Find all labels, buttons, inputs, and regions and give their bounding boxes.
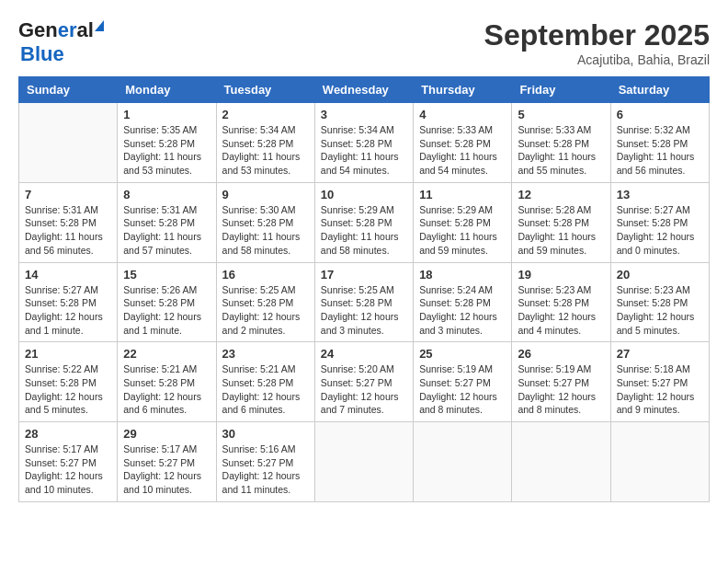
day-info: Sunrise: 5:31 AM Sunset: 5:28 PM Dayligh…	[25, 203, 111, 258]
sunrise-text: Sunrise: 5:34 AM	[321, 124, 394, 135]
table-row: 16 Sunrise: 5:25 AM Sunset: 5:28 PM Dayl…	[216, 262, 314, 342]
table-row: 25 Sunrise: 5:19 AM Sunset: 5:27 PM Dayl…	[414, 342, 512, 422]
table-row: 11 Sunrise: 5:29 AM Sunset: 5:28 PM Dayl…	[414, 182, 512, 262]
day-info: Sunrise: 5:23 AM Sunset: 5:28 PM Dayligh…	[518, 283, 604, 338]
daylight-text: Daylight: 12 hours and 6 minutes.	[222, 391, 301, 416]
day-info: Sunrise: 5:19 AM Sunset: 5:27 PM Dayligh…	[419, 362, 506, 417]
day-info: Sunrise: 5:30 AM Sunset: 5:28 PM Dayligh…	[222, 203, 309, 258]
table-row: 2 Sunrise: 5:34 AM Sunset: 5:28 PM Dayli…	[216, 103, 314, 183]
sunset-text: Sunset: 5:28 PM	[321, 138, 392, 149]
sunrise-text: Sunrise: 5:35 AM	[123, 124, 197, 135]
table-row: 24 Sunrise: 5:20 AM Sunset: 5:27 PM Dayl…	[314, 342, 413, 422]
sunrise-text: Sunrise: 5:21 AM	[123, 363, 197, 374]
sunset-text: Sunset: 5:28 PM	[617, 138, 688, 149]
sunrise-text: Sunrise: 5:31 AM	[123, 204, 197, 215]
daylight-text: Daylight: 12 hours and 1 minute.	[123, 311, 201, 336]
logo-line1: General	[18, 18, 104, 42]
table-row	[512, 422, 610, 502]
col-sunday: Sunday	[19, 77, 118, 103]
daylight-text: Daylight: 12 hours and 10 minutes.	[123, 470, 201, 495]
day-info: Sunrise: 5:16 AM Sunset: 5:27 PM Dayligh…	[222, 442, 309, 497]
day-number: 8	[123, 188, 210, 201]
day-number: 12	[518, 188, 604, 201]
day-info: Sunrise: 5:33 AM Sunset: 5:28 PM Dayligh…	[419, 123, 506, 178]
daylight-text: Daylight: 11 hours and 58 minutes.	[321, 231, 399, 256]
table-row: 15 Sunrise: 5:26 AM Sunset: 5:28 PM Dayl…	[118, 262, 216, 342]
daylight-text: Daylight: 12 hours and 8 minutes.	[419, 391, 497, 416]
sunset-text: Sunset: 5:28 PM	[617, 297, 688, 308]
calendar-week-row: 7 Sunrise: 5:31 AM Sunset: 5:28 PM Dayli…	[19, 182, 710, 262]
day-number: 2	[222, 108, 309, 121]
day-number: 15	[123, 268, 210, 282]
day-info: Sunrise: 5:18 AM Sunset: 5:27 PM Dayligh…	[617, 362, 703, 417]
sunset-text: Sunset: 5:28 PM	[617, 217, 688, 228]
day-info: Sunrise: 5:17 AM Sunset: 5:27 PM Dayligh…	[25, 442, 111, 497]
sunset-text: Sunset: 5:28 PM	[25, 377, 97, 388]
table-row: 7 Sunrise: 5:31 AM Sunset: 5:28 PM Dayli…	[19, 182, 118, 262]
day-number: 18	[419, 268, 506, 282]
sunset-text: Sunset: 5:28 PM	[123, 138, 195, 149]
calendar-week-row: 14 Sunrise: 5:27 AM Sunset: 5:28 PM Dayl…	[19, 262, 710, 342]
day-number: 23	[222, 347, 309, 361]
day-number: 25	[419, 347, 506, 361]
day-info: Sunrise: 5:27 AM Sunset: 5:28 PM Dayligh…	[617, 203, 703, 258]
daylight-text: Daylight: 12 hours and 6 minutes.	[123, 391, 201, 416]
day-number: 7	[25, 188, 111, 201]
daylight-text: Daylight: 11 hours and 56 minutes.	[25, 231, 103, 256]
calendar-week-row: 28 Sunrise: 5:17 AM Sunset: 5:27 PM Dayl…	[19, 422, 710, 502]
table-row	[314, 422, 413, 502]
table-row: 13 Sunrise: 5:27 AM Sunset: 5:28 PM Dayl…	[610, 182, 709, 262]
sunset-text: Sunset: 5:28 PM	[518, 138, 589, 149]
sunrise-text: Sunrise: 5:23 AM	[518, 284, 591, 295]
day-number: 22	[123, 347, 210, 361]
daylight-text: Daylight: 12 hours and 3 minutes.	[419, 311, 497, 336]
day-info: Sunrise: 5:32 AM Sunset: 5:28 PM Dayligh…	[617, 123, 703, 178]
day-number: 19	[518, 268, 604, 282]
day-number: 28	[25, 427, 111, 441]
calendar-table: Sunday Monday Tuesday Wednesday Thursday…	[18, 76, 710, 502]
daylight-text: Daylight: 11 hours and 53 minutes.	[123, 151, 201, 176]
sunset-text: Sunset: 5:28 PM	[222, 297, 294, 308]
daylight-text: Daylight: 11 hours and 59 minutes.	[518, 231, 596, 256]
sunrise-text: Sunrise: 5:26 AM	[123, 284, 197, 295]
sunset-text: Sunset: 5:28 PM	[123, 217, 195, 228]
day-number: 11	[419, 188, 506, 201]
sunrise-text: Sunrise: 5:23 AM	[617, 284, 690, 295]
day-info: Sunrise: 5:19 AM Sunset: 5:27 PM Dayligh…	[518, 362, 604, 417]
day-number: 21	[25, 347, 111, 361]
day-number: 14	[25, 268, 111, 282]
sunrise-text: Sunrise: 5:24 AM	[419, 284, 493, 295]
day-info: Sunrise: 5:21 AM Sunset: 5:28 PM Dayligh…	[123, 362, 210, 417]
table-row: 3 Sunrise: 5:34 AM Sunset: 5:28 PM Dayli…	[314, 103, 413, 183]
day-info: Sunrise: 5:34 AM Sunset: 5:28 PM Dayligh…	[222, 123, 309, 178]
day-number: 24	[321, 347, 407, 361]
daylight-text: Daylight: 12 hours and 10 minutes.	[25, 470, 103, 495]
day-number: 10	[321, 188, 407, 201]
col-thursday: Thursday	[414, 77, 512, 103]
sunset-text: Sunset: 5:28 PM	[419, 297, 491, 308]
day-info: Sunrise: 5:24 AM Sunset: 5:28 PM Dayligh…	[419, 283, 506, 338]
day-number: 20	[617, 268, 703, 282]
sunrise-text: Sunrise: 5:29 AM	[321, 204, 394, 215]
day-info: Sunrise: 5:33 AM Sunset: 5:28 PM Dayligh…	[518, 123, 604, 178]
day-number: 13	[617, 188, 703, 201]
sunrise-text: Sunrise: 5:28 AM	[518, 204, 591, 215]
daylight-text: Daylight: 12 hours and 7 minutes.	[321, 391, 399, 416]
sunrise-text: Sunrise: 5:17 AM	[123, 443, 197, 454]
daylight-text: Daylight: 11 hours and 54 minutes.	[419, 151, 497, 176]
day-info: Sunrise: 5:28 AM Sunset: 5:28 PM Dayligh…	[518, 203, 604, 258]
day-info: Sunrise: 5:35 AM Sunset: 5:28 PM Dayligh…	[123, 123, 210, 178]
sunrise-text: Sunrise: 5:19 AM	[518, 363, 591, 374]
table-row: 17 Sunrise: 5:25 AM Sunset: 5:28 PM Dayl…	[314, 262, 413, 342]
sunset-text: Sunset: 5:28 PM	[222, 217, 294, 228]
table-row	[610, 422, 709, 502]
location: Acajutiba, Bahia, Brazil	[484, 52, 710, 67]
sunrise-text: Sunrise: 5:33 AM	[419, 124, 493, 135]
table-row	[414, 422, 512, 502]
daylight-text: Daylight: 12 hours and 2 minutes.	[222, 311, 301, 336]
day-number: 3	[321, 108, 407, 121]
day-info: Sunrise: 5:34 AM Sunset: 5:28 PM Dayligh…	[321, 123, 407, 178]
sunset-text: Sunset: 5:28 PM	[222, 377, 294, 388]
day-number: 9	[222, 188, 309, 201]
daylight-text: Daylight: 12 hours and 4 minutes.	[518, 311, 596, 336]
